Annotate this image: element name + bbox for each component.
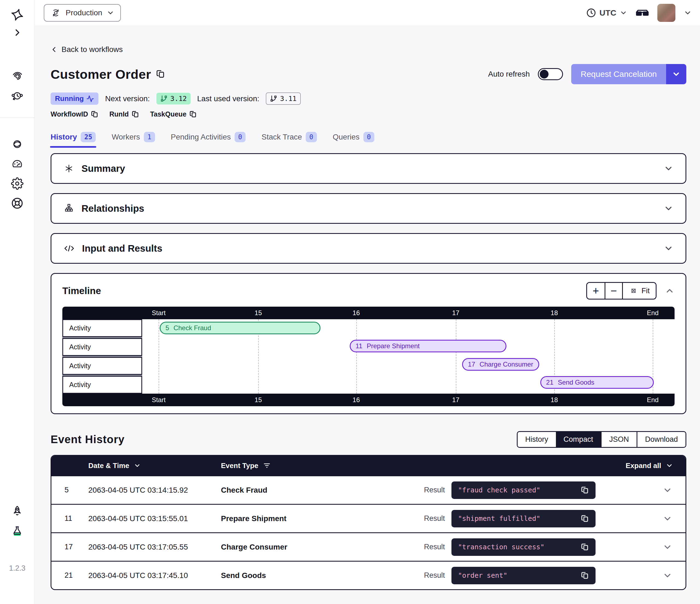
event-row[interactable]: 21 2063-04-05 UTC 03:17:45.10 Send Goods… [51, 561, 685, 589]
timeline-bar-label: Send Goods [558, 379, 594, 386]
timeline-bar-charge-consumer[interactable]: 17Charge Consumer [462, 358, 539, 371]
branch-icon [270, 95, 277, 102]
event-row[interactable]: 17 2063-04-05 UTC 03:17:05.55 Charge Con… [51, 532, 685, 561]
summary-section[interactable]: Summary [51, 153, 686, 184]
download-button[interactable]: Download [636, 432, 685, 447]
filter-icon [263, 462, 270, 469]
next-version-badge: 3.12 [156, 93, 191, 104]
user-avatar[interactable] [657, 4, 675, 22]
tab-stack-trace[interactable]: Stack Trace 0 [261, 132, 317, 144]
result-value: "transaction success" [458, 543, 544, 551]
sidebar-divider [0, 118, 34, 118]
zoom-out-button[interactable]: − [605, 283, 622, 299]
settings-icon[interactable] [11, 177, 24, 190]
timeline-axis-track: Start15161718End [142, 394, 675, 406]
column-event-type[interactable]: Event Type [221, 461, 270, 470]
copy-result-icon[interactable] [581, 514, 589, 523]
timeline-bar-send-goods[interactable]: 21Send Goods [540, 376, 654, 389]
timeline-row-label: Activity [62, 376, 142, 394]
status-badge: Running [51, 93, 98, 105]
tab-workers[interactable]: Workers 1 [111, 132, 155, 144]
tab-label: History [51, 133, 77, 141]
auto-refresh-toggle[interactable] [538, 68, 563, 80]
sidebar-expand-icon[interactable] [12, 28, 22, 37]
copy-result-icon[interactable] [581, 486, 589, 494]
expand-row-chevron-icon[interactable] [662, 514, 672, 524]
workflow-id-label: WorkflowID [51, 110, 88, 118]
sort-chevron-icon [134, 462, 141, 469]
tab-history[interactable]: History 25 [51, 132, 96, 144]
user-menu-chevron-icon[interactable] [683, 9, 692, 17]
view-json-button[interactable]: JSON [601, 432, 636, 447]
clock-icon [586, 8, 596, 18]
timeline-bar-event-id: 5 [166, 324, 169, 332]
labs-flask-icon[interactable] [11, 525, 24, 538]
timeline-gridline [356, 319, 357, 394]
chevron-down-icon[interactable] [664, 243, 673, 253]
collapse-timeline-icon[interactable] [665, 286, 675, 296]
relationships-section[interactable]: Relationships [51, 193, 686, 224]
date-time-header-label: Date & Time [88, 461, 129, 470]
tab-label: Queries [333, 133, 359, 141]
chevron-down-icon[interactable] [664, 203, 673, 213]
copy-title-icon[interactable] [156, 70, 165, 79]
namespace-switcher[interactable]: Production [44, 4, 121, 22]
rocket-icon[interactable] [11, 505, 24, 518]
event-row[interactable]: 11 2063-04-05 UTC 03:15:55.01 Prepare Sh… [51, 504, 685, 532]
schedules-icon[interactable] [10, 89, 24, 103]
event-id: 17 [51, 543, 88, 551]
copy-icon[interactable] [189, 111, 197, 118]
support-icon[interactable] [11, 197, 24, 210]
timeline-gridline [158, 319, 159, 394]
timeline-row-label: Activity [62, 319, 142, 337]
run-id-copy[interactable]: RunId [109, 110, 139, 118]
feedback-glasses-icon[interactable] [635, 7, 649, 18]
expand-row-chevron-icon[interactable] [662, 571, 672, 580]
event-id: 11 [51, 514, 88, 523]
event-type: Charge Consumer [221, 543, 288, 552]
result-label: Result [424, 514, 445, 523]
timeline-gantt: Start15161718End Activity Activity Activ… [62, 307, 675, 406]
expand-arrows-icon [629, 286, 638, 295]
tab-label: Pending Activities [171, 133, 231, 141]
view-compact-button[interactable]: Compact [556, 432, 601, 447]
timezone-picker[interactable]: UTC [586, 8, 627, 18]
usage-icon[interactable] [11, 157, 24, 170]
task-queue-copy[interactable]: TaskQueue [150, 110, 197, 118]
main-area: Production UTC [35, 0, 700, 604]
copy-icon[interactable] [131, 111, 139, 118]
workflows-icon[interactable] [11, 70, 24, 82]
copy-result-icon[interactable] [581, 543, 589, 551]
next-version-value: 3.12 [170, 95, 187, 102]
chevron-down-icon[interactable] [664, 164, 673, 173]
copy-result-icon[interactable] [581, 572, 589, 580]
workflow-id-copy[interactable]: WorkflowID [51, 110, 98, 118]
tab-queries[interactable]: Queries 0 [333, 132, 375, 144]
zoom-fit-button[interactable]: Fit [622, 283, 656, 299]
auto-refresh-label: Auto refresh [488, 70, 530, 78]
result-code-chip: "shipment fulfilled" [451, 510, 596, 527]
request-cancelation-label[interactable]: Request Cancelation [571, 64, 666, 84]
copy-icon[interactable] [91, 111, 98, 118]
back-to-workflows-link[interactable]: Back to workflows [51, 45, 123, 54]
result-label: Result [424, 571, 445, 580]
expand-all-button[interactable]: Expand all [626, 461, 673, 470]
timeline-title: Timeline [62, 285, 101, 296]
topbar: Production UTC [35, 0, 700, 26]
timeline-tick: Start [152, 396, 166, 404]
cancelation-options-caret[interactable] [666, 64, 686, 84]
nexus-icon[interactable] [10, 137, 24, 151]
input-results-section[interactable]: Input and Results [51, 233, 686, 264]
expand-row-chevron-icon[interactable] [662, 485, 672, 495]
result-value: "order sent" [458, 572, 507, 579]
event-row[interactable]: 5 2063-04-05 UTC 03:14:15.92 Check Fraud… [51, 476, 685, 504]
timeline-bar-check-fraud[interactable]: 5Check Fraud [160, 322, 321, 334]
view-history-button[interactable]: History [518, 432, 556, 447]
request-cancelation-button[interactable]: Request Cancelation [571, 64, 686, 84]
app-logo-icon[interactable] [10, 8, 24, 22]
column-date-time[interactable]: Date & Time [88, 461, 221, 470]
tab-pending-activities[interactable]: Pending Activities 0 [171, 132, 246, 144]
zoom-in-button[interactable]: + [587, 283, 605, 299]
timeline-bar-prepare-shipment[interactable]: 11Prepare Shipment [350, 340, 506, 352]
expand-row-chevron-icon[interactable] [662, 542, 672, 552]
